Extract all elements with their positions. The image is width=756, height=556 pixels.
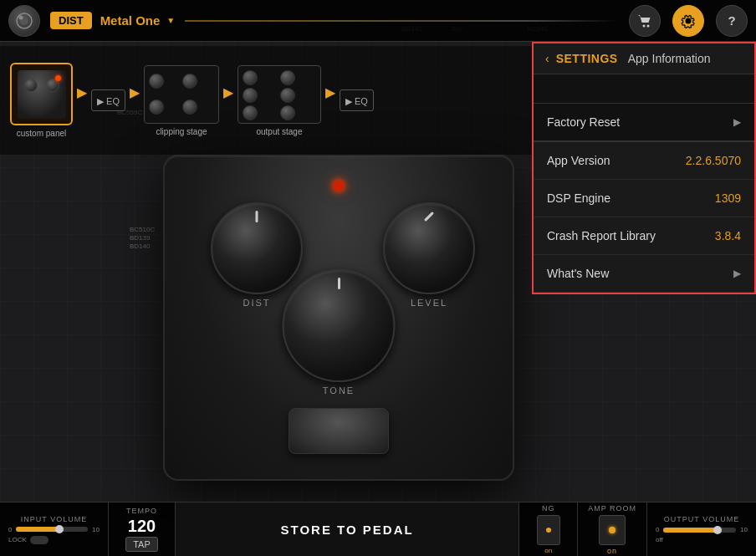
input-volume-label: INPUT VOLUME — [8, 515, 100, 523]
vol-fill — [16, 527, 59, 532]
vol-max: 10 — [92, 526, 100, 533]
header-icons: ? — [629, 5, 748, 37]
app-version-row[interactable]: App Version 2.2.6.5070 — [534, 142, 754, 180]
crash-report-row[interactable]: Crash Report Library 3.8.4 — [534, 217, 754, 255]
tone-knob-label: TONE — [283, 385, 396, 395]
pedal-footswitch[interactable] — [289, 408, 389, 454]
stage-knob — [280, 88, 295, 103]
output-box[interactable] — [238, 65, 321, 124]
cart-button[interactable] — [629, 5, 661, 37]
preset-dropdown-icon[interactable]: ▼ — [166, 16, 175, 25]
stage-knob — [243, 105, 258, 120]
factory-reset-row[interactable]: Factory Reset ▶ — [534, 104, 754, 142]
vol-track[interactable] — [16, 527, 88, 532]
header-bar: DIST Metal One ▼ ? — [0, 0, 756, 42]
pedal-body: DIST LEVEL TONE — [163, 155, 514, 481]
stage-knob — [149, 74, 164, 89]
chain-item-custom-panel[interactable]: custom panel — [10, 63, 73, 138]
ng-led — [546, 528, 551, 533]
chain-arrow: ▶ — [73, 84, 91, 100]
circuit-label: BC510C — [130, 226, 155, 233]
stage-knob — [182, 74, 197, 89]
stage-knob — [280, 105, 295, 120]
app-logo[interactable] — [8, 5, 40, 37]
store-to-pedal-label: STORE TO PEDAL — [281, 523, 414, 537]
vol-thumb[interactable] — [55, 525, 64, 533]
off-label: off — [656, 536, 748, 543]
ng-section: NG on — [519, 502, 578, 556]
stage-knob — [182, 99, 197, 115]
out-vol-max: 10 — [740, 526, 748, 533]
pedal-thumbnail — [18, 70, 66, 119]
lock-section: LOCK — [8, 536, 100, 544]
out-vol-thumb[interactable] — [713, 526, 722, 534]
chain-item-eq2[interactable]: ▶ EQ — [340, 89, 374, 111]
signal-line — [185, 20, 619, 22]
pedal-led-main — [333, 180, 345, 191]
settings-header: ‹ SETTINGS App Information — [534, 43, 754, 74]
dsp-engine-value: 1309 — [715, 191, 741, 205]
tempo-label: TEMPO — [126, 507, 157, 515]
ng-on-label: on — [544, 547, 552, 554]
settings-button[interactable] — [672, 5, 704, 37]
circuit-label: BD140 — [130, 242, 150, 250]
stage-knob — [280, 70, 295, 85]
tone-knob[interactable] — [283, 269, 396, 382]
knob-indicator — [338, 278, 340, 289]
dsp-engine-row[interactable]: DSP Engine 1309 — [534, 180, 754, 217]
factory-reset-arrow: ▶ — [733, 116, 741, 128]
amp-label: AMP ROOM — [588, 504, 636, 513]
lock-label: LOCK — [8, 536, 27, 543]
amp-section: AMP ROOM on — [578, 502, 647, 556]
stage-knob — [243, 88, 258, 103]
tone-knob-group[interactable]: TONE — [283, 269, 396, 395]
level-knob[interactable] — [383, 202, 475, 294]
bottom-bar: INPUT VOLUME 0 10 LOCK TEMPO 120 TAP STO… — [0, 502, 756, 556]
main-pedal: DIST LEVEL TONE — [163, 155, 514, 481]
settings-back-button[interactable]: ‹ — [545, 52, 549, 65]
output-volume-section: OUTPUT VOLUME 0 10 off — [647, 502, 756, 556]
input-volume-section: INPUT VOLUME 0 10 LOCK — [0, 502, 109, 556]
output-label: output stage — [256, 127, 302, 136]
settings-spacer — [534, 74, 754, 104]
app-version-value: 2.2.6.5070 — [686, 154, 741, 167]
svg-point-3 — [643, 24, 646, 27]
store-to-pedal-button[interactable]: STORE TO PEDAL — [176, 502, 519, 556]
svg-point-2 — [19, 15, 23, 19]
output-volume-slider[interactable]: 0 10 — [656, 526, 748, 533]
clipping-box[interactable] — [144, 65, 219, 124]
whats-new-row[interactable]: What's New ▶ — [534, 255, 754, 293]
chain-arrow: ▶ — [321, 84, 340, 100]
tap-button[interactable]: TAP — [125, 537, 158, 552]
settings-title: SETTINGS — [556, 52, 618, 65]
amp-control[interactable] — [599, 515, 626, 545]
knob-indicator — [424, 212, 434, 222]
amp-on-label: on — [607, 547, 617, 555]
factory-reset-label: Factory Reset — [547, 115, 620, 129]
eq2-box[interactable]: ▶ EQ — [340, 89, 374, 111]
preset-name[interactable]: Metal One — [100, 13, 161, 28]
dist-badge[interactable]: DIST — [50, 12, 92, 29]
custom-panel-box[interactable] — [10, 63, 73, 125]
stage-knob — [149, 99, 164, 115]
ng-control[interactable] — [537, 515, 560, 545]
whats-new-arrow: ▶ — [733, 268, 741, 279]
vol-min: 0 — [8, 526, 12, 533]
app-version-label: App Version — [547, 154, 610, 167]
chain-item-eq1[interactable]: ▶ EQ — [91, 89, 125, 111]
level-knob-group[interactable]: LEVEL — [383, 202, 475, 308]
input-volume-slider[interactable]: 0 10 — [8, 526, 100, 533]
svg-point-4 — [647, 24, 650, 27]
out-vol-min: 0 — [656, 526, 659, 533]
lock-toggle[interactable] — [30, 536, 49, 544]
eq1-box[interactable]: ▶ EQ — [91, 89, 125, 111]
settings-tab-app-info[interactable]: App Information — [628, 52, 711, 65]
out-vol-track[interactable] — [663, 528, 736, 533]
chain-item-clipping[interactable]: clipping stage — [144, 65, 219, 136]
chain-item-output[interactable]: output stage — [238, 65, 321, 136]
dsp-engine-label: DSP Engine — [547, 191, 610, 205]
out-vol-fill — [663, 528, 718, 533]
amp-led — [609, 527, 616, 533]
ng-label: NG — [542, 504, 555, 513]
help-button[interactable]: ? — [716, 5, 748, 37]
